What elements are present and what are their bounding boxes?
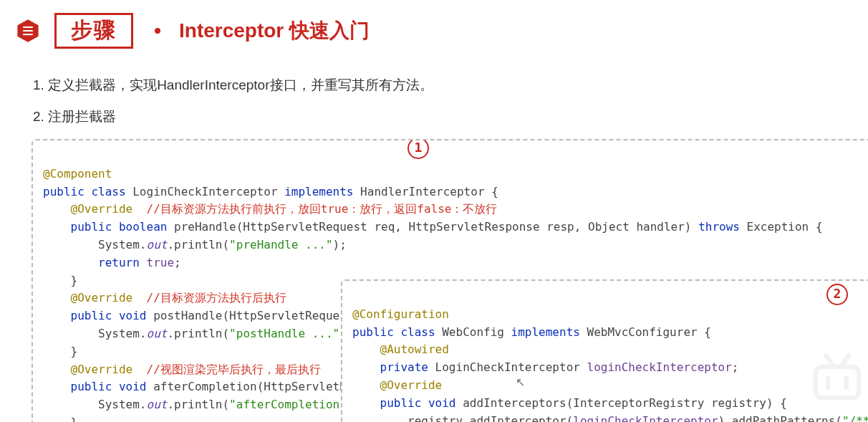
annotation: @Configuration	[352, 307, 449, 321]
code-text: System.	[43, 398, 147, 411]
code-text: System.	[43, 238, 147, 251]
code-text: ;	[732, 360, 739, 374]
svg-rect-1	[23, 27, 33, 28]
kw: public void	[380, 396, 456, 410]
kw: private	[380, 360, 428, 374]
kw: throws	[698, 220, 740, 234]
kw: public class	[352, 325, 435, 339]
step-item: 注册拦截器	[33, 107, 852, 126]
field: loginCheckInterceptor	[587, 360, 732, 374]
literal: true	[140, 256, 174, 269]
brace: }	[71, 274, 78, 287]
steps-list: 定义拦截器，实现HandlerInterceptor接口，并重写其所有方法。 注…	[33, 76, 852, 126]
list-hexagon-icon	[16, 19, 40, 43]
annotation: @Override	[71, 202, 133, 216]
comment: //视图渲染完毕后执行，最后执行	[147, 363, 321, 376]
string: "preHandle ..."	[229, 238, 333, 251]
comment: //目标资源方法执行前执行，放回true：放行，返回false：不放行	[147, 202, 498, 216]
step-item: 定义拦截器，实现HandlerInterceptor接口，并重写其所有方法。	[33, 76, 852, 95]
code-text: .println(	[167, 238, 229, 251]
brace: }	[71, 345, 78, 358]
svg-rect-3	[23, 34, 33, 35]
code-text: registry.addInterceptor(	[352, 414, 573, 422]
code-block-config: 2@Configuration public class WebConfig i…	[341, 279, 868, 422]
field: out	[147, 327, 168, 340]
code-text: preHandle(HttpServletRequest req, HttpSe…	[167, 220, 698, 234]
brace: }	[71, 416, 78, 422]
string: "/**"	[842, 414, 868, 422]
code-text: WebMvcConfigurer {	[580, 325, 711, 339]
code-text: ;	[174, 256, 181, 269]
kw: implements	[511, 325, 580, 339]
code-text: afterCompletion(HttpServletReque	[147, 380, 375, 393]
annotation: @Override	[380, 378, 443, 392]
code-text: postHandle(HttpServletRequest re	[147, 309, 375, 322]
code-text: LoginCheckInterceptor	[428, 360, 587, 374]
code-text: ).addPathPatterns(	[718, 414, 842, 422]
badge-one: 1	[408, 139, 429, 159]
field: out	[147, 398, 168, 411]
kw: public class	[43, 185, 126, 198]
annotation: @Override	[71, 291, 133, 304]
page-title: Interceptor 快速入门	[179, 17, 370, 44]
annotation: @Component	[43, 167, 112, 181]
comment: //目标资源方法执行后执行	[147, 291, 286, 304]
field: out	[147, 238, 168, 251]
code-text: HandlerInterceptor {	[353, 185, 498, 198]
string: "postHandle ..."	[229, 327, 339, 340]
code-text: Exception {	[740, 220, 823, 234]
code-text: System.	[43, 327, 147, 340]
field: loginCheckInterceptor	[573, 414, 718, 422]
svg-rect-4	[816, 367, 859, 398]
kw: return	[98, 256, 140, 269]
kw: public void	[71, 380, 147, 393]
svg-rect-2	[23, 30, 33, 32]
code-text: .println(	[167, 327, 229, 340]
bilibili-tv-icon	[806, 350, 868, 411]
step-badge: 步骤	[54, 13, 133, 49]
kw: public boolean	[71, 220, 168, 234]
annotation: @Autowired	[380, 342, 449, 356]
annotation: @Override	[71, 363, 133, 376]
badge-two: 2	[826, 284, 848, 305]
code-text: .println(	[167, 398, 229, 411]
header: 步骤 Interceptor 快速入门	[16, 13, 852, 49]
code-text: LoginCheckInterceptor	[126, 185, 285, 198]
cursor-icon: ↖	[516, 375, 525, 389]
code-text: );	[333, 238, 347, 251]
kw: implements	[284, 185, 353, 198]
kw: public void	[71, 309, 147, 322]
code-text: addInterceptors(InterceptorRegistry regi…	[456, 396, 787, 410]
code-text: WebConfig	[435, 325, 511, 339]
bullet-icon	[155, 28, 160, 34]
